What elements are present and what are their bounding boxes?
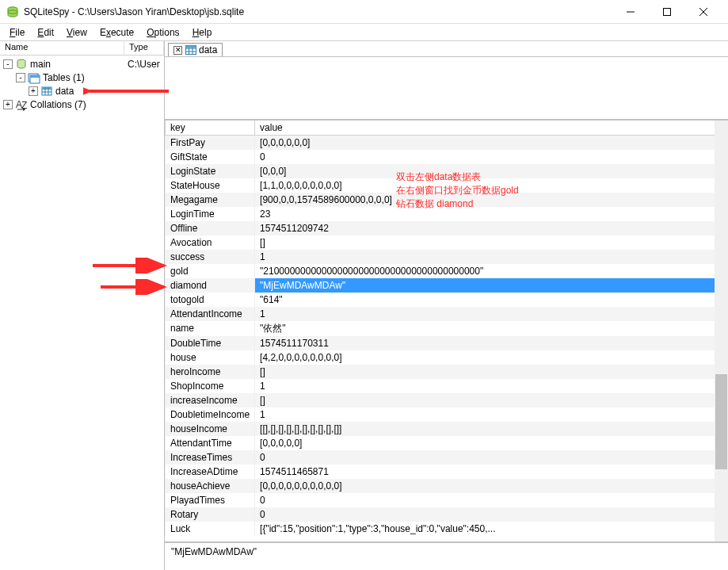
cell-value[interactable]: 1574511170311 xyxy=(255,336,728,350)
tree-expander-icon[interactable]: + xyxy=(3,100,13,109)
cell-value[interactable]: 23 xyxy=(255,207,728,221)
cell-value[interactable]: [4,2,0,0,0,0,0,0,0,0] xyxy=(255,350,728,365)
table-row[interactable]: success1 xyxy=(166,250,728,264)
cell-value[interactable]: 1 xyxy=(255,379,728,393)
cell-key[interactable]: PlayadTimes xyxy=(166,493,255,507)
grid-area[interactable]: key value FirstPay[0,0,0,0,0,0]GiftState… xyxy=(165,121,728,541)
query-area[interactable] xyxy=(165,57,728,121)
tab-data[interactable]: ✕ data xyxy=(168,43,223,56)
cell-key[interactable]: AttendantTime xyxy=(166,436,255,450)
table-row[interactable]: Avocation[] xyxy=(166,235,728,250)
cell-value[interactable]: [] xyxy=(255,393,728,407)
menu-file[interactable]: File xyxy=(3,25,31,40)
cell-key[interactable]: increaseIncome xyxy=(166,393,255,407)
cell-value[interactable]: [0,0,0,0,0,0] xyxy=(255,136,728,150)
cell-value[interactable]: [] xyxy=(255,365,728,379)
table-row[interactable]: IncreaseTimes0 xyxy=(166,450,728,465)
cell-value[interactable]: [[],[],[],[],[],[],[],[],[],[]] xyxy=(255,422,728,436)
cell-key[interactable]: Offline xyxy=(166,221,255,235)
cell-key[interactable]: Rotary xyxy=(166,507,255,522)
cell-value[interactable]: 1574511465871 xyxy=(255,465,728,479)
cell-value[interactable]: 0 xyxy=(255,507,728,522)
cell-key[interactable]: name xyxy=(166,321,255,336)
tree-expander-icon[interactable]: - xyxy=(16,73,25,82)
grid-header-key[interactable]: key xyxy=(166,121,255,136)
cell-value[interactable]: 0 xyxy=(255,493,728,507)
table-row[interactable]: name"依然" xyxy=(166,321,728,336)
detail-pane[interactable]: "MjEwMDAwMDAw" xyxy=(165,541,728,570)
cell-key[interactable]: GiftState xyxy=(166,150,255,164)
cell-key[interactable]: LoginState xyxy=(166,164,255,178)
cell-value[interactable]: [900,0,0,1574589600000,0,0,0] xyxy=(255,193,728,207)
cell-key[interactable]: success xyxy=(166,250,255,264)
scrollbar-vertical[interactable] xyxy=(715,121,728,541)
table-row[interactable]: GiftState0 xyxy=(166,150,728,164)
table-row[interactable]: houseAchieve[0,0,0,0,0,0,0,0,0,0] xyxy=(166,479,728,493)
table-row[interactable]: Luck[{"id":15,"position":1,"type":3,"hou… xyxy=(166,522,728,536)
cell-key[interactable]: Megagame xyxy=(166,193,255,207)
cell-value[interactable]: 1574511209742 xyxy=(255,221,728,235)
tree-header-name[interactable]: Name xyxy=(0,41,124,55)
table-row[interactable]: FirstPay[0,0,0,0,0,0] xyxy=(166,136,728,150)
tab-close-icon[interactable]: ✕ xyxy=(173,46,182,55)
cell-value[interactable]: 1 xyxy=(255,250,728,264)
cell-key[interactable]: heroIncome xyxy=(166,365,255,379)
cell-key[interactable]: IncreaseADtime xyxy=(166,465,255,479)
table-row[interactable]: totogold"614" xyxy=(166,293,728,307)
cell-value[interactable]: [] xyxy=(255,235,728,250)
cell-key[interactable]: IncreaseTimes xyxy=(166,450,255,465)
menu-view[interactable]: View xyxy=(60,25,93,40)
cell-key[interactable]: ShopIncome xyxy=(166,379,255,393)
cell-key[interactable]: Avocation xyxy=(166,235,255,250)
table-row[interactable]: house[4,2,0,0,0,0,0,0,0,0] xyxy=(166,350,728,365)
table-row[interactable]: StateHouse[1,1,0,0,0,0,0,0,0,0] xyxy=(166,178,728,193)
cell-value[interactable]: [1,1,0,0,0,0,0,0,0,0] xyxy=(255,178,728,193)
cell-value[interactable]: 1 xyxy=(255,407,728,422)
table-row[interactable]: Offline1574511209742 xyxy=(166,221,728,235)
cell-key[interactable]: DoubleTime xyxy=(166,336,255,350)
minimize-button[interactable] xyxy=(612,0,649,24)
table-row[interactable]: ShopIncome1 xyxy=(166,379,728,393)
scrollbar-thumb[interactable] xyxy=(715,374,727,469)
cell-value[interactable]: 1 xyxy=(255,307,728,321)
cell-key[interactable]: houseAchieve xyxy=(166,479,255,493)
tree-item[interactable]: -Tables (1) xyxy=(0,71,164,84)
cell-key[interactable]: Luck xyxy=(166,522,255,536)
menu-execute[interactable]: Execute xyxy=(93,25,140,40)
table-row[interactable]: gold"21000000000000000000000000000000000… xyxy=(166,264,728,278)
tree-header-type[interactable]: Type xyxy=(124,41,164,55)
menu-options[interactable]: Options xyxy=(140,25,185,40)
tree-expander-icon[interactable]: - xyxy=(3,59,13,69)
tree-body[interactable]: -mainC:\User-Tables (1)+data+AZCollation… xyxy=(0,55,164,570)
menu-help[interactable]: Help xyxy=(186,25,219,40)
tree-item[interactable]: -mainC:\User xyxy=(0,57,164,71)
cell-key[interactable]: FirstPay xyxy=(166,136,255,150)
cell-value[interactable]: "依然" xyxy=(255,321,728,336)
cell-key[interactable]: StateHouse xyxy=(166,178,255,193)
cell-key[interactable]: LoginTime xyxy=(166,207,255,221)
cell-value[interactable]: "MjEwMDAwMDAw" xyxy=(255,278,728,293)
cell-key[interactable]: diamond xyxy=(166,278,255,293)
table-row[interactable]: Megagame[900,0,0,1574589600000,0,0,0] xyxy=(166,193,728,207)
table-row[interactable]: LoginState[0,0,0] xyxy=(166,164,728,178)
table-row[interactable]: AttendantIncome1 xyxy=(166,307,728,321)
cell-key[interactable]: houseIncome xyxy=(166,422,255,436)
cell-value[interactable]: [0,0,0] xyxy=(255,164,728,178)
tree-item[interactable]: +data xyxy=(0,84,164,98)
cell-value[interactable]: 0 xyxy=(255,450,728,465)
table-row[interactable]: IncreaseADtime1574511465871 xyxy=(166,465,728,479)
cell-value[interactable]: "210000000000000000000000000000000000000… xyxy=(255,264,728,278)
grid-header-value[interactable]: value xyxy=(255,121,728,136)
cell-value[interactable]: 0 xyxy=(255,150,728,164)
close-button[interactable] xyxy=(685,0,722,24)
maximize-button[interactable] xyxy=(649,0,685,24)
cell-key[interactable]: gold xyxy=(166,264,255,278)
cell-value[interactable]: [{"id":15,"position":1,"type":3,"house_i… xyxy=(255,522,728,536)
table-row[interactable]: PlayadTimes0 xyxy=(166,493,728,507)
cell-key[interactable]: DoubletimeIncome xyxy=(166,407,255,422)
cell-value[interactable]: [0,0,0,0,0,0,0,0,0,0] xyxy=(255,479,728,493)
table-row[interactable]: increaseIncome[] xyxy=(166,393,728,407)
cell-key[interactable]: totogold xyxy=(166,293,255,307)
cell-key[interactable]: AttendantIncome xyxy=(166,307,255,321)
cell-value[interactable]: [0,0,0,0,0] xyxy=(255,436,728,450)
